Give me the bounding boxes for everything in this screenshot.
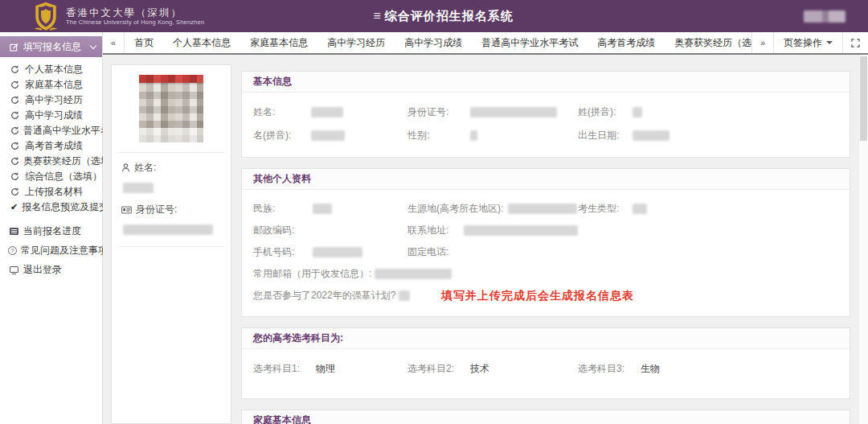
- university-crest-logo: [34, 2, 58, 31]
- redacted-value: [311, 130, 345, 141]
- tab-家庭基本信息[interactable]: 家庭基本信息: [240, 32, 317, 53]
- sidebar-link-label: 退出登录: [23, 263, 62, 277]
- section-basic-info: 基本信息 姓名:身份证号:姓(拼音):名(拼音):性别:出生日期:: [241, 71, 850, 158]
- tab-高考首考成绩[interactable]: 高考首考成绩: [588, 32, 665, 53]
- sidebar-item-上传报名材料[interactable]: 上传报名材料: [0, 184, 102, 200]
- scroll-tabs-right-button[interactable]: »: [751, 32, 773, 53]
- applicant-identity-panel: 姓名: 身份证号:: [111, 64, 231, 424]
- redacted-value: [470, 130, 477, 141]
- field: 选考科目1:物理: [253, 362, 407, 376]
- pending-refresh-icon: [10, 157, 19, 167]
- university-name-cn: 香港中文大學（深圳）: [66, 7, 204, 19]
- tab-首页[interactable]: 首页: [125, 32, 163, 53]
- sidebar-item-faq-notes[interactable]: ? 常见问题及注意事项: [0, 241, 102, 260]
- sidebar-item-label: 家庭基本信息: [25, 78, 83, 92]
- divider: [118, 152, 224, 153]
- tab-个人基本信息[interactable]: 个人基本信息: [163, 32, 240, 53]
- id-card-icon: [121, 206, 132, 214]
- menu-icon[interactable]: ≡: [373, 9, 381, 23]
- divider: [118, 246, 224, 247]
- redacted-value: [313, 204, 332, 214]
- pending-refresh-icon: [10, 142, 21, 151]
- fullscreen-icon: [851, 39, 860, 47]
- vertical-scrollbar[interactable]: [858, 55, 868, 424]
- field-value: 技术: [470, 362, 489, 376]
- sidebar-item-label: 高中学习成绩: [25, 109, 83, 122]
- redacted-value: [633, 204, 647, 214]
- sidebar-item-综合信息（选填）[interactable]: 综合信息（选填）: [0, 169, 102, 184]
- field: 手机号码:: [253, 245, 407, 259]
- section-title: 您的高考选考科目为:: [242, 328, 850, 349]
- photo-id-label: 身份证号:: [136, 203, 177, 216]
- generation-note: 填写并上传完成后会生成报名信息表: [441, 289, 634, 303]
- redacted-value: [399, 290, 410, 301]
- redacted-value: [313, 247, 362, 257]
- redacted-name-value: [123, 183, 154, 193]
- redacted-value: [633, 107, 642, 117]
- tab-高中学习经历[interactable]: 高中学习经历: [317, 32, 395, 53]
- user-account-redacted[interactable]: [804, 10, 845, 23]
- tab-strip: 首页个人基本信息家庭基本信息高中学习经历高中学习成绩普通高中学业水平考试高考首考…: [125, 32, 751, 53]
- applicant-photo: [139, 75, 203, 142]
- field-label: 固定电话:: [407, 245, 459, 259]
- page-operations-dropdown[interactable]: 页签操作: [773, 32, 842, 53]
- university-name-en: The Chinese University of Hong Kong, She…: [66, 19, 204, 26]
- field: 固定电话:: [407, 245, 578, 259]
- sidebar-item-个人基本信息[interactable]: 个人基本信息: [0, 62, 102, 77]
- sidebar-item-label: 个人基本信息: [25, 63, 83, 76]
- field-label: 姓名:: [253, 105, 311, 119]
- sidebar-item-家庭基本信息[interactable]: 家庭基本信息: [0, 77, 102, 93]
- tab-高中学习成绩[interactable]: 高中学习成绩: [395, 32, 472, 53]
- sidebar-item-高考首考成绩[interactable]: 高考首考成绩: [0, 138, 102, 154]
- field-label: 出生日期:: [578, 129, 633, 142]
- caret-down-icon: [826, 41, 833, 44]
- sidebar-links: 当前报名进度 ? 常见问题及注意事项 退出登录: [0, 221, 102, 279]
- sidebar-item-label: 综合信息（选填）: [25, 170, 102, 183]
- sidebar: 填写报名信息 个人基本信息家庭基本信息高中学习经历高中学习成绩普通高中学业水平考…: [0, 32, 103, 424]
- sidebar-item-高中学习成绩[interactable]: 高中学习成绩: [0, 108, 102, 123]
- system-title-block: ≡ 综合评价招生报名系统: [373, 9, 513, 24]
- chevron-down-icon: [90, 42, 96, 48]
- pending-refresh-icon: [10, 65, 21, 75]
- sidebar-item-高中学习经历[interactable]: 高中学习经历: [0, 93, 102, 108]
- sidebar-item-logout[interactable]: 退出登录: [0, 260, 102, 279]
- progress-list-icon: [8, 226, 19, 236]
- field-label: 邮政编码:: [253, 224, 309, 237]
- scroll-tabs-left-button[interactable]: «: [103, 32, 125, 53]
- pending-refresh-icon: [10, 80, 21, 90]
- page-operations-label: 页签操作: [784, 36, 822, 50]
- sidebar-item-current-progress[interactable]: 当前报名进度: [0, 221, 102, 241]
- sidebar-group-fill-application[interactable]: 填写报名信息: [0, 36, 102, 57]
- scrollbar-thumb[interactable]: [860, 56, 867, 141]
- section-family-info: 家庭基本信息 联系人家庭关系工作单位移动电话联系地址电子邮箱地址是否为紧急联系人…: [241, 410, 850, 424]
- main-content: 姓名: 身份证号:: [103, 55, 868, 424]
- pending-refresh-icon: [10, 172, 21, 182]
- redacted-value: [633, 130, 669, 141]
- sidebar-items: 个人基本信息家庭基本信息高中学习经历高中学习成绩普通高中学业水平考试高考首考成绩…: [0, 57, 102, 215]
- person-icon: [121, 163, 130, 172]
- section-other-personal-info: 其他个人资料 民族:生源地(高考所在地区):考生类型:邮政编码:联系地址:手机号…: [241, 168, 850, 317]
- field-label: 性别:: [407, 129, 470, 142]
- field-label: 手机号码:: [253, 245, 309, 259]
- sidebar-item-普通高中学业水平考试[interactable]: 普通高中学业水平考试: [0, 123, 102, 138]
- field: 名(拼音):: [253, 129, 407, 142]
- field: 邮政编码:: [253, 224, 407, 237]
- field: 选考科目3:生物: [578, 362, 838, 376]
- field-value: 生物: [641, 362, 660, 376]
- tab-普通高中学业水平考试[interactable]: 普通高中学业水平考试: [472, 32, 588, 53]
- field-label: 您是否参与了2022年的强基计划?: [253, 289, 395, 303]
- fullscreen-button[interactable]: [842, 32, 868, 53]
- sidebar-item-报名信息预览及提交[interactable]: ✔报名信息预览及提交: [0, 200, 102, 215]
- section-gaokao-subjects: 您的高考选考科目为: 选考科目1:物理选考科目2:技术选考科目3:生物: [241, 327, 850, 399]
- sidebar-item-奥赛获奖经历（选填）[interactable]: 奥赛获奖经历（选填）: [0, 154, 102, 169]
- system-title: 综合评价招生报名系统: [385, 9, 514, 24]
- field-label: 姓(拼音):: [578, 105, 633, 119]
- field: 考生类型:: [578, 202, 838, 216]
- sidebar-item-label: 高中学习经历: [25, 93, 83, 107]
- pending-refresh-icon: [10, 187, 21, 197]
- brand-block: 香港中文大學（深圳） The Chinese University of Hon…: [34, 2, 204, 31]
- redacted-value: [311, 107, 343, 117]
- tab-奥赛获奖经历（选填）[interactable]: 奥赛获奖经历（选填）: [665, 32, 751, 53]
- section-title: 其他个人资料: [242, 169, 850, 190]
- field-label: 联系地址:: [407, 224, 459, 237]
